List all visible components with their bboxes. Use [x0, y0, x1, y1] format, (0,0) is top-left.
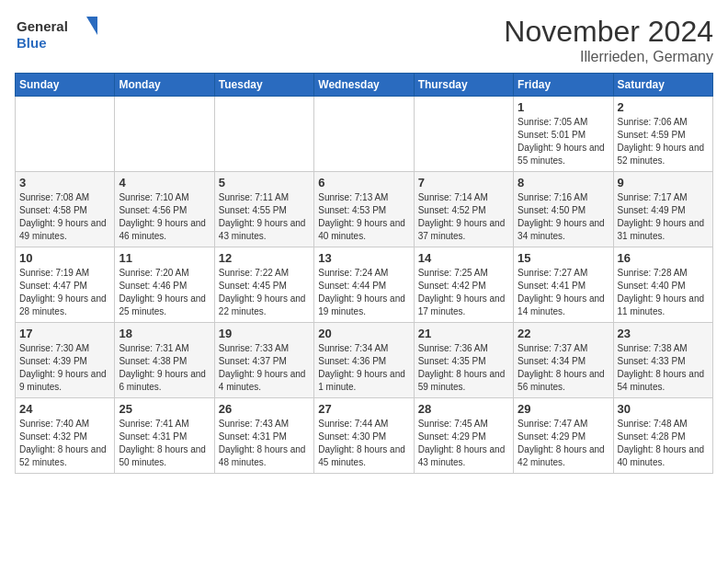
day-number: 8 — [518, 176, 609, 190]
week-row-3: 10Sunrise: 7:19 AM Sunset: 4:47 PM Dayli… — [16, 247, 713, 323]
calendar-cell — [314, 97, 414, 172]
calendar-table: SundayMondayTuesdayWednesdayThursdayFrid… — [15, 73, 713, 474]
day-info: Sunrise: 7:11 AM Sunset: 4:55 PM Dayligh… — [219, 191, 310, 243]
calendar-cell: 18Sunrise: 7:31 AM Sunset: 4:38 PM Dayli… — [115, 323, 214, 398]
weekday-header-sunday: Sunday — [16, 74, 115, 97]
day-info: Sunrise: 7:45 AM Sunset: 4:29 PM Dayligh… — [418, 418, 509, 469]
day-number: 5 — [219, 176, 310, 190]
calendar-cell: 3Sunrise: 7:08 AM Sunset: 4:58 PM Daylig… — [16, 172, 115, 247]
day-info: Sunrise: 7:05 AM Sunset: 5:01 PM Dayligh… — [518, 116, 609, 167]
calendar-cell: 25Sunrise: 7:41 AM Sunset: 4:31 PM Dayli… — [115, 398, 214, 474]
day-info: Sunrise: 7:41 AM Sunset: 4:31 PM Dayligh… — [119, 418, 210, 469]
day-info: Sunrise: 7:48 AM Sunset: 4:28 PM Dayligh… — [618, 418, 709, 469]
calendar-cell: 12Sunrise: 7:22 AM Sunset: 4:45 PM Dayli… — [214, 247, 313, 323]
day-info: Sunrise: 7:37 AM Sunset: 4:34 PM Dayligh… — [518, 342, 609, 394]
calendar-cell: 26Sunrise: 7:43 AM Sunset: 4:31 PM Dayli… — [214, 398, 313, 474]
calendar-cell: 17Sunrise: 7:30 AM Sunset: 4:39 PM Dayli… — [16, 323, 115, 398]
calendar-cell: 15Sunrise: 7:27 AM Sunset: 4:41 PM Dayli… — [514, 247, 613, 323]
svg-marker-2 — [86, 17, 97, 35]
day-info: Sunrise: 7:33 AM Sunset: 4:37 PM Dayligh… — [219, 342, 310, 394]
calendar-cell: 21Sunrise: 7:36 AM Sunset: 4:35 PM Dayli… — [414, 323, 513, 398]
day-info: Sunrise: 7:19 AM Sunset: 4:47 PM Dayligh… — [19, 267, 110, 318]
calendar-cell: 19Sunrise: 7:33 AM Sunset: 4:37 PM Dayli… — [214, 323, 313, 398]
calendar-cell — [414, 97, 513, 172]
month-title: November 2024 — [504, 15, 713, 49]
calendar-cell: 28Sunrise: 7:45 AM Sunset: 4:29 PM Dayli… — [414, 398, 513, 474]
calendar-cell: 7Sunrise: 7:14 AM Sunset: 4:52 PM Daylig… — [414, 172, 513, 247]
day-info: Sunrise: 7:43 AM Sunset: 4:31 PM Dayligh… — [219, 418, 310, 469]
calendar-cell: 20Sunrise: 7:34 AM Sunset: 4:36 PM Dayli… — [314, 323, 414, 398]
day-info: Sunrise: 7:06 AM Sunset: 4:59 PM Dayligh… — [618, 116, 709, 167]
day-info: Sunrise: 7:17 AM Sunset: 4:49 PM Dayligh… — [618, 191, 709, 243]
weekday-header-wednesday: Wednesday — [314, 74, 414, 97]
day-info: Sunrise: 7:14 AM Sunset: 4:52 PM Dayligh… — [418, 191, 509, 243]
calendar-cell: 8Sunrise: 7:16 AM Sunset: 4:50 PM Daylig… — [514, 172, 613, 247]
weekday-header-thursday: Thursday — [414, 74, 513, 97]
calendar-cell: 13Sunrise: 7:24 AM Sunset: 4:44 PM Dayli… — [314, 247, 414, 323]
calendar-cell: 16Sunrise: 7:28 AM Sunset: 4:40 PM Dayli… — [613, 247, 712, 323]
day-number: 7 — [418, 176, 509, 190]
calendar-cell: 4Sunrise: 7:10 AM Sunset: 4:56 PM Daylig… — [115, 172, 214, 247]
day-number: 27 — [318, 402, 409, 416]
day-number: 28 — [418, 402, 509, 416]
calendar-cell: 30Sunrise: 7:48 AM Sunset: 4:28 PM Dayli… — [613, 398, 712, 474]
weekday-header-friday: Friday — [514, 74, 613, 97]
day-number: 20 — [318, 327, 409, 340]
week-row-2: 3Sunrise: 7:08 AM Sunset: 4:58 PM Daylig… — [16, 172, 713, 247]
day-info: Sunrise: 7:47 AM Sunset: 4:29 PM Dayligh… — [518, 418, 609, 469]
day-number: 30 — [618, 402, 709, 416]
calendar-cell: 9Sunrise: 7:17 AM Sunset: 4:49 PM Daylig… — [613, 172, 712, 247]
calendar-cell: 27Sunrise: 7:44 AM Sunset: 4:30 PM Dayli… — [314, 398, 414, 474]
calendar-cell: 24Sunrise: 7:40 AM Sunset: 4:32 PM Dayli… — [16, 398, 115, 474]
calendar-cell — [214, 97, 313, 172]
day-number: 26 — [219, 402, 310, 416]
calendar-cell — [115, 97, 214, 172]
weekday-header-saturday: Saturday — [613, 74, 712, 97]
calendar-cell: 23Sunrise: 7:38 AM Sunset: 4:33 PM Dayli… — [613, 323, 712, 398]
calendar-cell: 10Sunrise: 7:19 AM Sunset: 4:47 PM Dayli… — [16, 247, 115, 323]
day-number: 13 — [318, 251, 409, 265]
logo: General Blue — [15, 15, 97, 53]
week-row-5: 24Sunrise: 7:40 AM Sunset: 4:32 PM Dayli… — [16, 398, 713, 474]
day-info: Sunrise: 7:31 AM Sunset: 4:38 PM Dayligh… — [119, 342, 210, 394]
calendar-cell: 29Sunrise: 7:47 AM Sunset: 4:29 PM Dayli… — [514, 398, 613, 474]
day-info: Sunrise: 7:10 AM Sunset: 4:56 PM Dayligh… — [119, 191, 210, 243]
day-number: 3 — [19, 176, 110, 190]
day-number: 2 — [618, 100, 709, 114]
day-number: 9 — [618, 176, 709, 190]
day-info: Sunrise: 7:22 AM Sunset: 4:45 PM Dayligh… — [219, 267, 310, 318]
day-info: Sunrise: 7:30 AM Sunset: 4:39 PM Dayligh… — [19, 342, 110, 394]
svg-text:Blue: Blue — [17, 35, 47, 51]
day-number: 4 — [119, 176, 210, 190]
day-number: 6 — [318, 176, 409, 190]
day-info: Sunrise: 7:13 AM Sunset: 4:53 PM Dayligh… — [318, 191, 409, 243]
calendar-cell: 1Sunrise: 7:05 AM Sunset: 5:01 PM Daylig… — [514, 97, 613, 172]
location-title: Illerrieden, Germany — [504, 49, 713, 65]
day-number: 14 — [418, 251, 509, 265]
calendar-cell: 11Sunrise: 7:20 AM Sunset: 4:46 PM Dayli… — [115, 247, 214, 323]
calendar-cell: 5Sunrise: 7:11 AM Sunset: 4:55 PM Daylig… — [214, 172, 313, 247]
day-info: Sunrise: 7:36 AM Sunset: 4:35 PM Dayligh… — [418, 342, 509, 394]
day-number: 11 — [119, 251, 210, 265]
day-number: 23 — [618, 327, 709, 340]
day-info: Sunrise: 7:16 AM Sunset: 4:50 PM Dayligh… — [518, 191, 609, 243]
day-number: 19 — [219, 327, 310, 340]
day-number: 22 — [518, 327, 609, 340]
day-number: 1 — [518, 100, 609, 114]
day-number: 12 — [219, 251, 310, 265]
calendar-cell — [16, 97, 115, 172]
day-number: 21 — [418, 327, 509, 340]
week-row-1: 1Sunrise: 7:05 AM Sunset: 5:01 PM Daylig… — [16, 97, 713, 172]
week-row-4: 17Sunrise: 7:30 AM Sunset: 4:39 PM Dayli… — [16, 323, 713, 398]
svg-text:General: General — [17, 18, 68, 34]
weekday-header-row: SundayMondayTuesdayWednesdayThursdayFrid… — [16, 74, 713, 97]
day-info: Sunrise: 7:20 AM Sunset: 4:46 PM Dayligh… — [119, 267, 210, 318]
header: General Blue November 2024 Illerrieden, … — [15, 15, 713, 65]
day-number: 17 — [19, 327, 110, 340]
calendar-cell: 14Sunrise: 7:25 AM Sunset: 4:42 PM Dayli… — [414, 247, 513, 323]
calendar-cell: 22Sunrise: 7:37 AM Sunset: 4:34 PM Dayli… — [514, 323, 613, 398]
day-info: Sunrise: 7:34 AM Sunset: 4:36 PM Dayligh… — [318, 342, 409, 394]
day-number: 29 — [518, 402, 609, 416]
day-number: 24 — [19, 402, 110, 416]
calendar-cell: 6Sunrise: 7:13 AM Sunset: 4:53 PM Daylig… — [314, 172, 414, 247]
